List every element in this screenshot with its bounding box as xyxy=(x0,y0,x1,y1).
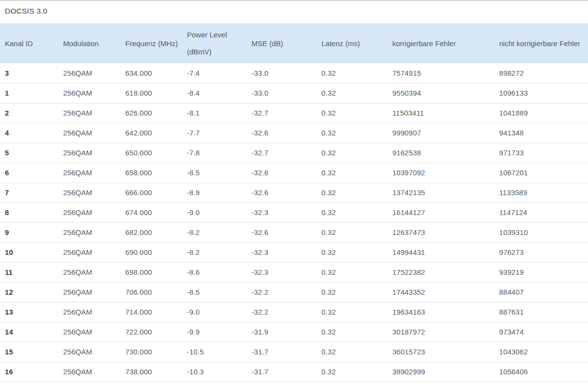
cell-frequenz: 642.000 xyxy=(120,123,182,143)
cell-kanal-id: 13 xyxy=(0,302,58,322)
cell-latenz: 0.32 xyxy=(317,103,387,123)
cell-power-level: -8.4 xyxy=(182,83,247,103)
cell-latenz: 0.32 xyxy=(317,83,387,103)
cell-power-level: -8.9 xyxy=(182,183,247,202)
cell-latenz: 0.32 xyxy=(317,183,387,202)
cell-korrigierbare-fehler: 9990907 xyxy=(387,123,494,143)
cell-nicht-korrigierbare-fehler: 884407 xyxy=(494,282,588,302)
column-header-frequenz: Frequenz (MHz) xyxy=(120,23,182,63)
cell-modulation: 256QAM xyxy=(58,362,120,382)
cell-latenz: 0.32 xyxy=(317,262,387,282)
cell-kanal-id: 5 xyxy=(0,143,58,163)
cell-frequenz: 682.000 xyxy=(120,222,182,242)
cell-nicht-korrigierbare-fehler: 1056406 xyxy=(494,362,588,382)
channel-row: 1256QAM618.000-8.4-33.00.329550394109613… xyxy=(0,83,588,103)
channel-row: 2256QAM626.000-8.1-32.70.321150341110418… xyxy=(0,103,588,123)
cell-modulation: 256QAM xyxy=(58,322,120,342)
cell-frequenz: 738.000 xyxy=(120,362,182,382)
cell-modulation: 256QAM xyxy=(58,83,120,103)
channel-row: 7256QAM666.000-8.9-32.60.321374213511335… xyxy=(0,183,588,202)
cell-latenz: 0.32 xyxy=(317,202,387,222)
table-body: 3256QAM634.000-7.4-33.00.327574915898272… xyxy=(0,63,588,382)
cell-mse: -33.0 xyxy=(247,63,317,83)
cell-kanal-id: 15 xyxy=(0,342,58,362)
cell-kanal-id: 6 xyxy=(0,163,58,183)
column-header-modulation: Modulation xyxy=(58,23,120,63)
cell-mse: -32.2 xyxy=(247,282,317,302)
cell-latenz: 0.32 xyxy=(317,322,387,342)
cell-korrigierbare-fehler: 36015723 xyxy=(387,342,494,362)
channel-row: 4256QAM642.000-7.7-32.60.329990907941348 xyxy=(0,123,588,143)
cell-korrigierbare-fehler: 30187972 xyxy=(387,322,494,342)
cell-nicht-korrigierbare-fehler: 1147124 xyxy=(494,202,588,222)
cell-power-level: -8.5 xyxy=(182,163,247,183)
cell-mse: -31.7 xyxy=(247,362,317,382)
channel-row: 12256QAM706.000-8.5-32.20.32174433528844… xyxy=(0,282,588,302)
cell-mse: -32.3 xyxy=(247,242,317,262)
column-header-korrigierbare-fehler: korrigierbare Fehler xyxy=(387,23,494,63)
cell-frequenz: 674.000 xyxy=(120,202,182,222)
cell-nicht-korrigierbare-fehler: 1096133 xyxy=(494,83,588,103)
column-header-latenz: Latenz (ms) xyxy=(317,23,387,63)
channel-row: 16256QAM738.000-10.3-31.70.3238902999105… xyxy=(0,362,588,382)
cell-latenz: 0.32 xyxy=(317,302,387,322)
cell-modulation: 256QAM xyxy=(58,242,120,262)
cell-mse: -32.6 xyxy=(247,123,317,143)
docsis-status-page: DOCSIS 3.0 Kanal IDModulationFrequenz (M… xyxy=(0,0,588,385)
cell-power-level: -9.0 xyxy=(182,302,247,322)
cell-latenz: 0.32 xyxy=(317,123,387,143)
cell-kanal-id: 14 xyxy=(0,322,58,342)
cell-kanal-id: 2 xyxy=(0,103,58,123)
cell-modulation: 256QAM xyxy=(58,123,120,143)
cell-latenz: 0.32 xyxy=(317,242,387,262)
cell-modulation: 256QAM xyxy=(58,262,120,282)
cell-frequenz: 722.000 xyxy=(120,322,182,342)
table-header-row: Kanal IDModulationFrequenz (MHz)Power Le… xyxy=(0,23,588,63)
cell-korrigierbare-fehler: 19634163 xyxy=(387,302,494,322)
cell-latenz: 0.32 xyxy=(317,282,387,302)
column-header-mse: MSE (dB) xyxy=(247,23,317,63)
column-header-kanal-id: Kanal ID xyxy=(0,23,58,63)
docsis-channel-table: Kanal IDModulationFrequenz (MHz)Power Le… xyxy=(0,23,588,382)
cell-mse: -31.7 xyxy=(247,342,317,362)
cell-frequenz: 650.000 xyxy=(120,143,182,163)
cell-power-level: -9.9 xyxy=(182,322,247,342)
channel-row: 10256QAM690.000-8.2-32.30.32149944319762… xyxy=(0,242,588,262)
cell-nicht-korrigierbare-fehler: 898272 xyxy=(494,63,588,83)
table-header: Kanal IDModulationFrequenz (MHz)Power Le… xyxy=(0,23,588,63)
cell-power-level: -10.3 xyxy=(182,362,247,382)
cell-kanal-id: 10 xyxy=(0,242,58,262)
channel-row: 3256QAM634.000-7.4-33.00.327574915898272 xyxy=(0,63,588,83)
cell-mse: -32.3 xyxy=(247,202,317,222)
cell-mse: -32.7 xyxy=(247,143,317,163)
cell-kanal-id: 3 xyxy=(0,63,58,83)
cell-korrigierbare-fehler: 17443352 xyxy=(387,282,494,302)
cell-korrigierbare-fehler: 12637473 xyxy=(387,222,494,242)
channel-row: 9256QAM682.000-8.2-32.60.321263747310393… xyxy=(0,222,588,242)
channel-row: 13256QAM714.000-9.0-32.20.32196341638876… xyxy=(0,302,588,322)
cell-frequenz: 634.000 xyxy=(120,63,182,83)
cell-power-level: -7.4 xyxy=(182,63,247,83)
cell-korrigierbare-fehler: 14994431 xyxy=(387,242,494,262)
cell-latenz: 0.32 xyxy=(317,143,387,163)
cell-mse: -32.6 xyxy=(247,222,317,242)
cell-kanal-id: 1 xyxy=(0,83,58,103)
cell-power-level: -10.5 xyxy=(182,342,247,362)
cell-power-level: -7.8 xyxy=(182,143,247,163)
channel-row: 11256QAM698.000-8.6-32.30.32175223829392… xyxy=(0,262,588,282)
cell-nicht-korrigierbare-fehler: 1041889 xyxy=(494,103,588,123)
cell-modulation: 256QAM xyxy=(58,282,120,302)
cell-latenz: 0.32 xyxy=(317,362,387,382)
cell-nicht-korrigierbare-fehler: 1133589 xyxy=(494,183,588,202)
cell-frequenz: 690.000 xyxy=(120,242,182,262)
cell-kanal-id: 16 xyxy=(0,362,58,382)
channel-row: 8256QAM674.000-9.0-32.30.321614412711471… xyxy=(0,202,588,222)
cell-frequenz: 706.000 xyxy=(120,282,182,302)
channel-row: 15256QAM730.000-10.5-31.70.3236015723104… xyxy=(0,342,588,362)
cell-kanal-id: 12 xyxy=(0,282,58,302)
cell-latenz: 0.32 xyxy=(317,63,387,83)
cell-power-level: -9.0 xyxy=(182,202,247,222)
cell-kanal-id: 11 xyxy=(0,262,58,282)
cell-power-level: -8.1 xyxy=(182,103,247,123)
cell-modulation: 256QAM xyxy=(58,302,120,322)
